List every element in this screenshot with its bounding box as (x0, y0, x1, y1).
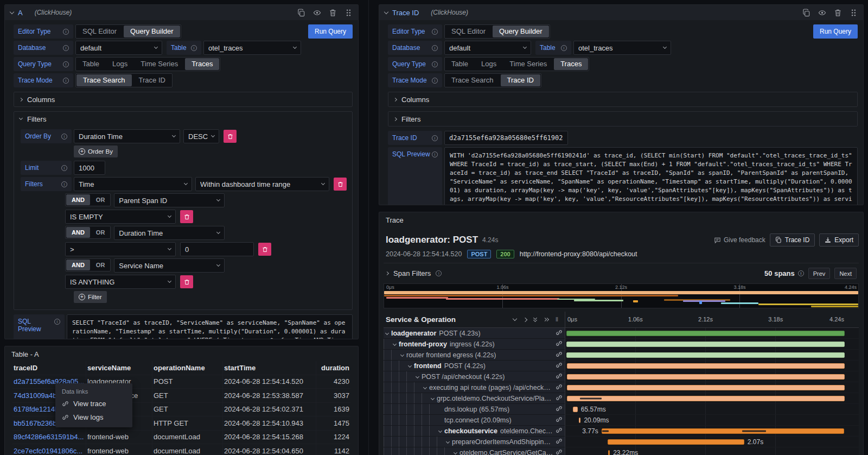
span-timeline-cell[interactable]: 23.22ms (565, 447, 846, 455)
chevron-down-icon[interactable] (438, 429, 442, 433)
span-timeline-cell[interactable] (565, 393, 846, 404)
span-name-cell[interactable]: checkoutserviceoteldemo.CheckoutService/… (384, 426, 565, 437)
or-option[interactable]: OR (91, 227, 111, 238)
next-button[interactable]: Next (834, 268, 857, 279)
column-header[interactable]: traceID (12, 361, 86, 375)
expand-one-icon[interactable] (523, 317, 527, 321)
span-link-icon[interactable] (553, 405, 563, 414)
chevron-down-icon[interactable] (431, 396, 435, 400)
trace-id-option[interactable]: Trace ID (132, 74, 172, 87)
span-name-cell[interactable]: frontend-proxyingress (4.22s) (384, 339, 565, 350)
span-timeline-cell[interactable] (565, 361, 846, 371)
span-timeline-cell[interactable]: 20.09ms (565, 415, 846, 426)
condition-value-input[interactable] (180, 242, 254, 256)
prev-button[interactable]: Prev (808, 268, 831, 279)
span-timeline-cell[interactable]: 2.07s (565, 437, 846, 447)
span-link-icon[interactable] (553, 448, 563, 455)
or-option[interactable]: OR (91, 194, 111, 205)
span-bar[interactable] (567, 374, 845, 380)
query-builder-option[interactable]: Query Builder (124, 26, 180, 37)
span-bar[interactable] (573, 407, 578, 412)
span-bar[interactable] (608, 439, 744, 445)
span-name-cell[interactable]: grpc.oteldemo.CheckoutService/PlaceOrder… (384, 393, 565, 404)
collapse-query-icon[interactable] (384, 9, 388, 14)
filter-condition-select[interactable]: Within dashboard time range (195, 177, 329, 191)
span-name-cell[interactable]: prepareOrderItemsAndShippingQuoteFromCar… (384, 437, 565, 447)
columns-section-toggle[interactable]: Columns (14, 92, 352, 106)
span-name-cell[interactable]: dns.lookup (65.57ms) (384, 404, 565, 415)
query-type-logs[interactable]: Logs (475, 58, 503, 71)
duplicate-query-icon[interactable] (297, 9, 305, 17)
span-timeline-cell[interactable] (565, 382, 846, 393)
span-link-icon[interactable] (553, 394, 563, 403)
query-type-traces[interactable]: Traces (185, 58, 219, 70)
span-link-icon[interactable] (553, 416, 563, 425)
drag-handle-icon[interactable] (344, 9, 353, 17)
span-link-icon[interactable] (553, 427, 563, 435)
column-header[interactable]: startTime (223, 361, 316, 375)
chevron-down-icon[interactable] (423, 386, 427, 389)
collapse-query-icon[interactable] (10, 9, 14, 14)
span-link-icon[interactable] (553, 372, 563, 381)
span-bar[interactable] (567, 385, 845, 390)
order-by-field-select[interactable]: Duration Time (74, 129, 180, 143)
run-query-button[interactable]: Run Query (813, 24, 858, 39)
query-type-logs[interactable]: Logs (106, 58, 134, 71)
chevron-down-icon[interactable] (393, 342, 397, 346)
span-bar[interactable] (566, 342, 845, 347)
span-bar[interactable] (567, 363, 845, 369)
export-button[interactable]: Export (819, 233, 859, 247)
query-header-traceid[interactable]: Trace ID (ClickHouse) (379, 5, 863, 20)
trace-id-button[interactable]: Trace ID (770, 233, 815, 247)
query-type-timeseries[interactable]: Time Series (503, 58, 553, 71)
query-header-a[interactable]: A (ClickHouse) (5, 5, 358, 20)
columns-section-toggle[interactable]: Columns (388, 92, 857, 106)
condition-operator-select[interactable]: IS EMPTY (65, 210, 176, 224)
query-type-table[interactable]: Table (76, 58, 106, 71)
remove-order-by-button[interactable] (224, 130, 237, 143)
span-name-cell[interactable]: frontendPOST (4.22s) (384, 361, 565, 371)
chevron-down-icon[interactable] (408, 364, 412, 368)
drag-handle-icon[interactable] (850, 9, 858, 17)
chevron-down-icon[interactable] (446, 440, 450, 444)
or-option[interactable]: OR (91, 260, 111, 270)
span-bar[interactable] (566, 331, 845, 336)
column-header[interactable]: duration (316, 361, 350, 375)
expand-all-icon[interactable] (544, 318, 548, 321)
span-link-icon[interactable] (553, 329, 563, 338)
add-filter-button[interactable]: +Filter (74, 291, 107, 303)
add-order-by-button[interactable]: +Order By (74, 146, 118, 157)
span-link-icon[interactable] (553, 340, 563, 349)
and-option[interactable]: AND (66, 194, 90, 205)
column-resize-handle[interactable]: ‖ (556, 317, 559, 323)
span-bar[interactable] (566, 352, 845, 358)
give-feedback-link[interactable]: Give feedback (714, 236, 765, 244)
chevron-down-icon[interactable] (400, 353, 404, 357)
trace-search-option[interactable]: Trace Search (76, 74, 132, 86)
view-trace-link[interactable]: View trace (62, 400, 126, 408)
span-link-icon[interactable] (553, 351, 563, 359)
span-link-icon[interactable] (553, 383, 563, 392)
query-type-traces[interactable]: Traces (554, 58, 588, 70)
column-header[interactable]: operationName (152, 361, 223, 375)
table-select[interactable]: otel_traces (203, 41, 301, 55)
sql-editor-option[interactable]: SQL Editor (76, 25, 123, 38)
remove-condition-button[interactable] (258, 243, 271, 256)
database-select[interactable]: default (75, 41, 162, 55)
condition-field-select[interactable]: Parent Span ID (114, 193, 225, 207)
collapse-all-icon[interactable] (534, 318, 537, 321)
condition-operator-select[interactable]: > (65, 242, 176, 256)
trace-id-option[interactable]: Trace ID (501, 74, 540, 86)
panes-divider[interactable] (368, 0, 369, 455)
span-name-cell[interactable]: oteldemo.CartService/GetCart (23.22ms) (384, 447, 565, 455)
and-option[interactable]: AND (66, 260, 90, 270)
trace-id-link[interactable]: 89cf4286e631591b4... (12, 431, 86, 444)
table-select[interactable]: otel_traces (573, 41, 671, 55)
trace-search-option[interactable]: Trace Search (445, 74, 500, 87)
span-bar[interactable] (602, 428, 845, 434)
span-bar[interactable] (567, 396, 845, 401)
chevron-down-icon[interactable] (385, 331, 389, 335)
and-option[interactable]: AND (66, 227, 90, 238)
query-type-timeseries[interactable]: Time Series (134, 58, 184, 71)
query-type-table[interactable]: Table (445, 58, 475, 71)
